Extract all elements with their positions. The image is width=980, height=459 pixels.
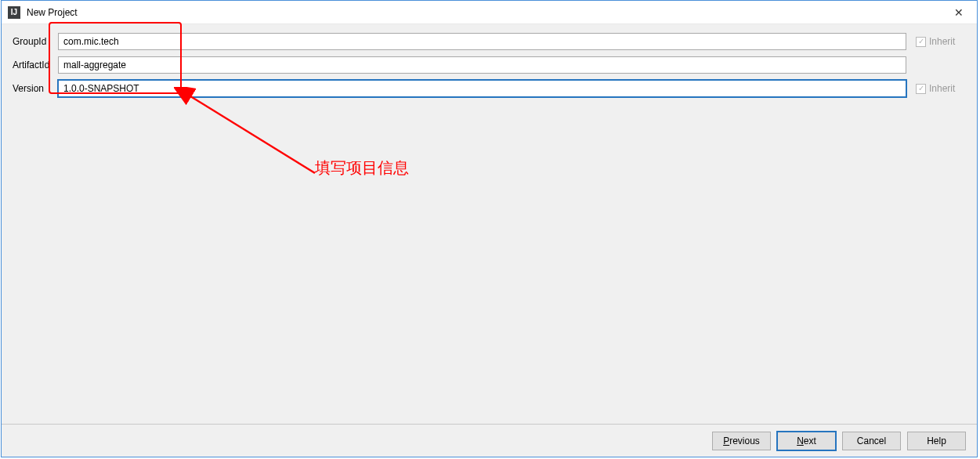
button-bar: Previous Next Cancel Help — [2, 424, 977, 457]
dialog-window: IJ New Project ✕ GroupId ✓ Inherit Artif… — [1, 0, 978, 457]
close-icon: ✕ — [954, 6, 964, 19]
checkbox-icon: ✓ — [916, 37, 926, 47]
previous-button[interactable]: Previous — [712, 432, 771, 450]
artifactid-input[interactable] — [58, 56, 906, 74]
version-label: Version — [13, 83, 58, 94]
groupid-row: GroupId ✓ Inherit — [13, 32, 966, 51]
version-row: Version ✓ Inherit — [13, 79, 966, 98]
checkbox-icon: ✓ — [916, 84, 926, 94]
titlebar: IJ New Project ✕ — [2, 1, 977, 24]
artifactid-row: ArtifactId — [13, 56, 966, 74]
inherit-label: Inherit — [929, 36, 955, 47]
annotation-arrow-icon — [174, 87, 331, 181]
artifactid-label: ArtifactId — [13, 60, 58, 70]
groupid-inherit: ✓ Inherit — [916, 36, 966, 47]
svg-line-1 — [188, 95, 315, 173]
help-button[interactable]: Help — [907, 432, 966, 450]
version-inherit: ✓ Inherit — [916, 83, 966, 94]
next-button[interactable]: Next — [777, 432, 836, 450]
inherit-label: Inherit — [929, 83, 955, 94]
groupid-input[interactable] — [58, 33, 906, 50]
groupid-label: GroupId — [13, 36, 58, 47]
window-title: New Project — [27, 7, 78, 18]
content-area: GroupId ✓ Inherit ArtifactId Version ✓ I… — [2, 24, 977, 424]
annotation-text: 填写项目信息 — [315, 157, 409, 179]
cancel-button[interactable]: Cancel — [842, 432, 901, 450]
app-icon: IJ — [8, 6, 20, 19]
close-button[interactable]: ✕ — [941, 1, 977, 24]
version-input[interactable] — [58, 80, 906, 97]
